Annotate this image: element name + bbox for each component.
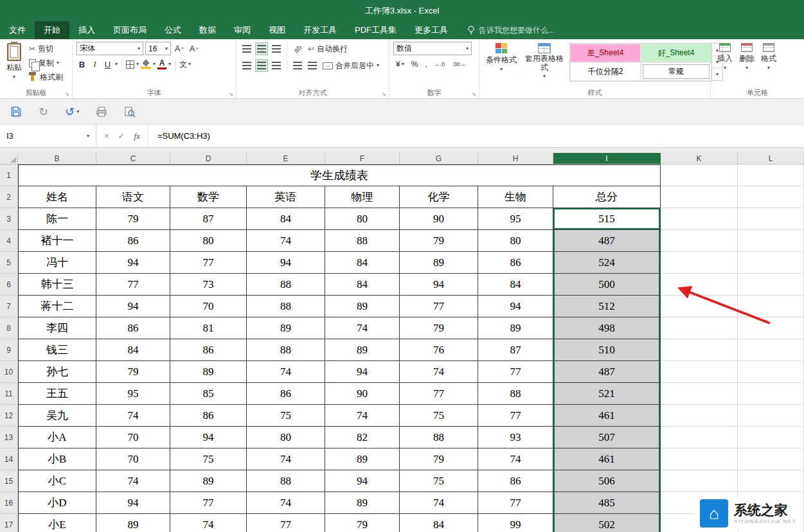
insert-function-icon[interactable]: fx	[134, 131, 140, 141]
cell-E7[interactable]: 88	[247, 296, 325, 317]
cell-B7[interactable]: 蒋十二	[18, 296, 96, 317]
cell-G11[interactable]: 77	[400, 383, 478, 405]
cell-K6[interactable]	[661, 274, 738, 296]
cell-C10[interactable]: 79	[96, 361, 170, 383]
cell-L1[interactable]	[738, 164, 804, 186]
delete-cells-button[interactable]: 删除▾	[737, 42, 757, 72]
cell-K8[interactable]	[661, 317, 738, 339]
cell-style-好_Sheet4[interactable]: 好_Sheet4	[641, 44, 711, 62]
cell-G15[interactable]: 75	[400, 470, 478, 492]
cell-E17[interactable]: 77	[247, 514, 325, 532]
cell-E4[interactable]: 74	[247, 230, 325, 252]
align-right-button[interactable]	[270, 59, 283, 72]
cell-I10[interactable]: 487	[553, 361, 661, 383]
cell-D13[interactable]: 94	[170, 427, 247, 448]
cell-H12[interactable]: 77	[478, 405, 553, 427]
cell-E15[interactable]: 88	[247, 470, 325, 492]
cell-F11[interactable]: 90	[325, 383, 400, 405]
cell-E3[interactable]: 84	[247, 208, 325, 230]
cell-C4[interactable]: 86	[96, 230, 170, 252]
cell-B2[interactable]: 姓名	[18, 186, 96, 208]
cell-E8[interactable]: 89	[247, 317, 325, 339]
cell-K10[interactable]	[661, 361, 738, 383]
cell-G8[interactable]: 79	[400, 317, 478, 339]
cell-B12[interactable]: 吴九	[18, 405, 96, 427]
cell-C2[interactable]: 语文	[96, 186, 170, 208]
decrease-indent-button[interactable]	[291, 59, 304, 72]
cell-H16[interactable]: 77	[478, 492, 553, 514]
cell-H14[interactable]: 74	[478, 448, 553, 470]
align-middle-button[interactable]	[255, 42, 268, 55]
row-header-12[interactable]: 12	[0, 405, 18, 427]
row-header-3[interactable]: 3	[0, 208, 18, 230]
cell-G17[interactable]: 84	[400, 514, 478, 532]
cell-G9[interactable]: 76	[400, 339, 478, 361]
cell-L4[interactable]	[738, 230, 804, 252]
row-header-13[interactable]: 13	[0, 427, 18, 448]
cell-D2[interactable]: 数学	[170, 186, 247, 208]
cell-F10[interactable]: 94	[325, 361, 400, 383]
cell-F17[interactable]: 79	[325, 514, 400, 532]
cell-D12[interactable]: 86	[170, 405, 247, 427]
column-header-L[interactable]: L	[738, 153, 804, 164]
cell-B6[interactable]: 韩十三	[18, 274, 96, 296]
cell-K12[interactable]	[661, 405, 738, 427]
cell-B4[interactable]: 褚十一	[18, 230, 96, 252]
cell-C9[interactable]: 84	[96, 339, 170, 361]
cut-button[interactable]: ✂剪切	[27, 42, 65, 56]
cell-L2[interactable]	[738, 186, 804, 208]
format-as-table-button[interactable]: 套用表格格式 ▾	[522, 42, 567, 80]
tell-me-box[interactable]: 告诉我您想要做什么...	[457, 21, 555, 39]
name-box[interactable]: I3▾	[0, 125, 96, 147]
cell-H8[interactable]: 89	[478, 317, 553, 339]
font-name-combobox[interactable]: 宋体▾	[76, 42, 143, 55]
column-header-D[interactable]: D	[170, 153, 247, 164]
cell-H13[interactable]: 93	[478, 427, 553, 448]
increase-decimal-button[interactable]: ←.0	[432, 58, 448, 71]
font-color-button[interactable]: A	[157, 59, 166, 69]
cell-H17[interactable]: 99	[478, 514, 553, 532]
cell-H4[interactable]: 80	[478, 230, 553, 252]
cell-F16[interactable]: 89	[325, 492, 400, 514]
cell-I2[interactable]: 总分	[553, 186, 661, 208]
cell-L15[interactable]	[738, 470, 804, 492]
cell-L5[interactable]	[738, 252, 804, 274]
fill-color-icon[interactable]	[141, 60, 151, 69]
decrease-decimal-button[interactable]: .00→	[449, 58, 469, 71]
column-header-K[interactable]: K	[661, 153, 738, 164]
cell-H9[interactable]: 87	[478, 339, 553, 361]
bold-button[interactable]: B	[76, 60, 87, 69]
cell-D6[interactable]: 73	[170, 274, 247, 296]
cell-K5[interactable]	[661, 252, 738, 274]
cell-I8[interactable]: 498	[553, 317, 661, 339]
cell-C17[interactable]: 89	[96, 514, 170, 532]
row-header-10[interactable]: 10	[0, 361, 18, 383]
comma-style-button[interactable]: ,	[422, 58, 429, 71]
ribbon-tab-pdf-tools[interactable]: PDF工具集	[346, 21, 406, 39]
row-header-16[interactable]: 16	[0, 492, 18, 514]
ribbon-tab-home[interactable]: 开始	[35, 21, 69, 39]
cell-I5[interactable]: 524	[553, 252, 661, 274]
italic-button[interactable]: I	[89, 59, 100, 69]
copy-button[interactable]: 复制▾	[27, 56, 65, 70]
cell-L7[interactable]	[738, 296, 804, 317]
format-cells-button[interactable]: 格式▾	[758, 42, 779, 72]
cell-K1[interactable]	[661, 164, 738, 186]
cell-L8[interactable]	[738, 317, 804, 339]
cell-K11[interactable]	[661, 383, 738, 405]
cell-title-B1[interactable]: 学生成绩表	[18, 164, 661, 186]
row-header-9[interactable]: 9	[0, 339, 18, 361]
cell-H7[interactable]: 94	[478, 296, 553, 317]
number-dialog-launcher[interactable]: ↘	[471, 91, 476, 97]
cell-E6[interactable]: 88	[247, 274, 325, 296]
cell-D8[interactable]: 81	[170, 317, 247, 339]
cell-H11[interactable]: 88	[478, 383, 553, 405]
cell-E16[interactable]: 74	[247, 492, 325, 514]
cell-L11[interactable]	[738, 383, 804, 405]
cell-F6[interactable]: 84	[325, 274, 400, 296]
align-bottom-button[interactable]	[270, 42, 283, 55]
cell-D10[interactable]: 89	[170, 361, 247, 383]
cell-I6[interactable]: 500	[553, 274, 661, 296]
ribbon-tab-insert[interactable]: 插入	[69, 21, 104, 39]
cell-E14[interactable]: 74	[247, 448, 325, 470]
